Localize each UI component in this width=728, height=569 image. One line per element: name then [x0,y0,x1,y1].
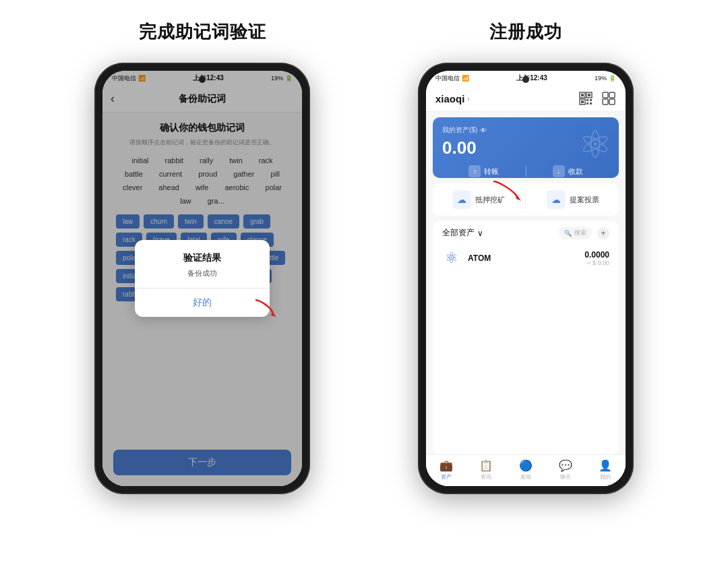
asset-label: 我的资产($) 👁 [442,125,609,135]
battery-2: 19% [595,75,607,82]
assets-section: 全部资产 ∨ 🔍 搜索 + [433,221,619,454]
section-2: 注册成功 中国电信 📶 上午12:43 19% 🔋 [377,20,674,494]
page-container: 完成助记词验证 中国电信 📶 上午12:43 19% 🔋 [40,20,688,494]
svg-rect-8 [590,99,592,101]
chat-icon: 💬 [559,459,572,472]
svg-rect-9 [586,102,588,104]
screen2-content: xiaoqi › [426,86,626,486]
nav-item-news[interactable]: 📋 资讯 [473,459,499,481]
dialog-message: 备份成功 [146,268,259,278]
dialog-overlay: 验证结果 备份成功 好的 [102,71,302,486]
wallet-icon: 💼 [439,459,453,472]
svg-rect-6 [581,100,584,103]
svg-rect-2 [581,94,584,96]
dialog-box: 验证结果 备份成功 好的 [135,240,270,317]
profile-icon: 👤 [599,459,612,472]
eye-icon[interactable]: 👁 [480,127,487,134]
assets-header: 全部资产 ∨ 🔍 搜索 + [442,227,609,239]
username-label: xiaoqi [435,93,464,104]
svg-rect-13 [603,99,608,104]
carrier-2: 中国电信 [435,74,460,83]
assets-title: 全部资产 ∨ [442,227,483,239]
qr-scan-icon[interactable] [578,91,593,106]
screen1-content-area: 确认你的钱包助记词 请按顺序点击助记词，验证您备份的助记词是否正确。 initi… [102,113,302,486]
username-row[interactable]: xiaoqi › [435,93,470,104]
status-bar-2: 中国电信 📶 上午12:43 19% 🔋 [426,71,626,86]
add-asset-button[interactable]: + [597,227,609,239]
phone-frame-2: 中国电信 📶 上午12:43 19% 🔋 xiaoqi › [418,63,634,494]
section2-title: 注册成功 [489,20,562,44]
arrow-annotation-1 [252,297,279,320]
receive-icon: ↓ [553,165,565,177]
news-icon: 📋 [479,459,493,472]
time-2: 上午12:43 [516,73,547,83]
cloud-icon-1: ☁ [452,190,471,209]
transfer-icon: ↑ [468,165,481,177]
receive-button[interactable]: ↓ 收款 [526,165,610,177]
atom-name: ATOM [468,253,578,263]
atom-amount: 0.0000 ≈ $ 0.00 [584,250,609,266]
atom-icon: ⚛ [442,249,461,268]
grid-icon[interactable] [601,91,616,106]
battery-icon-2: 🔋 [609,75,616,82]
svg-rect-11 [603,92,608,98]
nav-item-chat[interactable]: 💬 聊天 [552,459,579,481]
svg-rect-12 [609,92,615,98]
phone-screen-1: 中国电信 📶 上午12:43 19% 🔋 ‹ 备份助记词 [102,71,302,486]
bottom-nav: 💼 资产 📋 资讯 🔵 发现 💬 聊天 [426,454,626,486]
discover-icon: 🔵 [519,459,533,472]
header-icons [578,91,616,106]
section-1: 完成助记词验证 中国电信 📶 上午12:43 19% 🔋 [54,20,351,494]
quick-actions-wrapper: ☁ 抵押挖矿 ☁ 提案投票 [426,183,626,221]
atom-row[interactable]: ⚛ ATOM 0.0000 ≈ $ 0.00 [442,245,609,272]
assets-controls: 🔍 搜索 + [559,227,609,239]
svg-rect-7 [586,99,588,101]
proposal-vote-button[interactable]: ☁ 提案投票 [547,190,599,209]
dialog-ok-button[interactable]: 好的 [146,289,259,317]
svg-rect-10 [590,102,592,104]
card-actions: ↑ 转账 ↓ 收款 [442,165,609,177]
svg-rect-14 [609,99,615,104]
phone-frame-1: 中国电信 📶 上午12:43 19% 🔋 ‹ 备份助记词 [94,63,310,494]
cloud-icon-2: ☁ [547,190,566,209]
nav-item-assets[interactable]: 💼 资产 [433,459,460,481]
screen2-header: xiaoqi › [426,86,626,112]
nav-item-profile[interactable]: 👤 我的 [592,459,619,481]
asset-card: ⚛ 我的资产($) 👁 0.00 ↑ 转账 [433,117,619,178]
wifi-icon-2: 📶 [462,75,469,82]
quick-divider [525,190,526,209]
chevron-down-icon: ∨ [477,229,483,238]
section1-title: 完成助记词验证 [139,20,266,44]
username-chevron: › [467,95,469,102]
phone-screen-2: 中国电信 📶 上午12:43 19% 🔋 xiaoqi › [426,71,626,486]
dialog-title: 验证结果 [146,252,259,264]
arrow-annotation-2 [490,178,524,204]
search-icon: 🔍 [564,230,572,237]
quick-actions: ☁ 抵押挖矿 ☁ 提案投票 [433,183,619,216]
search-mini[interactable]: 🔍 搜索 [559,227,592,239]
transfer-button[interactable]: ↑ 转账 [442,165,526,177]
nav-item-discover[interactable]: 🔵 发现 [512,459,539,481]
svg-rect-4 [588,94,590,96]
